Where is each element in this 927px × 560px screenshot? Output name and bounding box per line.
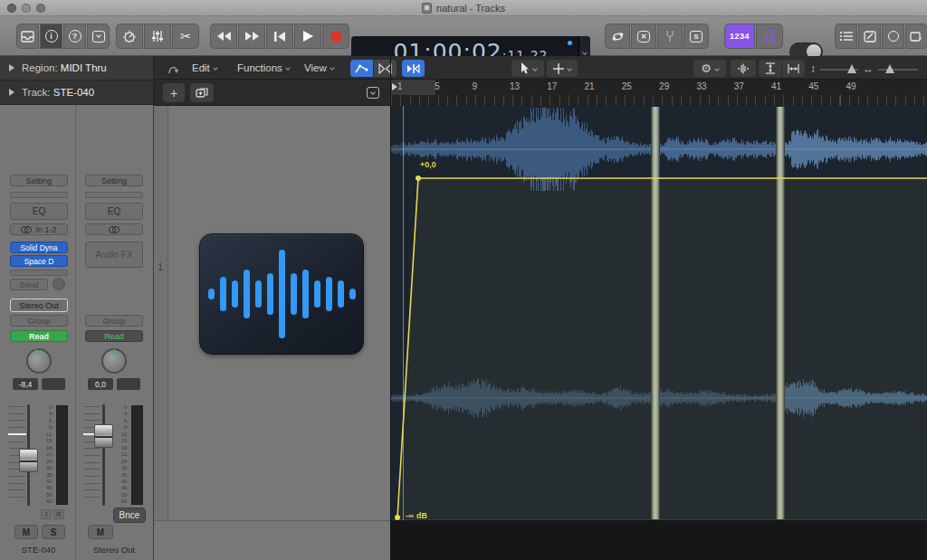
- pan-value-box[interactable]: [42, 378, 65, 390]
- audio-fx-area[interactable]: Audio FX: [85, 242, 143, 268]
- waveform-zoom-icon: [736, 63, 750, 74]
- group-slot[interactable]: Group: [85, 315, 143, 327]
- horizontal-fit-zoom-button[interactable]: [782, 60, 805, 77]
- undo-button[interactable]: [163, 60, 183, 77]
- secondary-tool-menu[interactable]: [547, 60, 578, 77]
- editors-button[interactable]: ✂: [172, 24, 199, 49]
- play-button[interactable]: [294, 24, 321, 49]
- track-icon[interactable]: [199, 233, 364, 355]
- tuner-button[interactable]: [657, 24, 683, 49]
- quick-help-button[interactable]: ?: [63, 24, 86, 49]
- disclosure-triangle-icon: [9, 64, 14, 71]
- minimize-window-button[interactable]: [22, 4, 31, 13]
- send-knob[interactable]: [53, 278, 65, 290]
- setting-button[interactable]: Setting: [10, 175, 68, 186]
- disclosure-triangle-icon: [9, 89, 14, 96]
- bounce-button[interactable]: Bnce: [113, 508, 146, 523]
- region-label: Region:: [22, 62, 58, 73]
- record-button[interactable]: [322, 24, 349, 49]
- slider-thumb[interactable]: [847, 64, 856, 73]
- waveform-zoom-button[interactable]: [731, 60, 756, 77]
- region-inspector-header[interactable]: Region: MIDI Thru: [0, 56, 154, 81]
- vertical-auto-zoom-button[interactable]: [759, 60, 781, 77]
- solo-mode-button[interactable]: S: [683, 24, 709, 49]
- track-settings-menu[interactable]: ⚙: [693, 60, 726, 77]
- pan-knob[interactable]: [24, 346, 54, 376]
- audio-fx-slot-1[interactable]: Solid Dyna: [10, 242, 68, 253]
- pointer-tool-menu[interactable]: [511, 60, 544, 77]
- flex-button[interactable]: [374, 60, 397, 77]
- edit-menu[interactable]: Edit: [192, 56, 217, 80]
- mute-button[interactable]: M: [14, 525, 38, 539]
- playhead-marker-icon[interactable]: [392, 83, 397, 90]
- record-enable-button[interactable]: R: [53, 509, 64, 519]
- add-track-button[interactable]: +: [163, 83, 185, 102]
- duplicate-track-button[interactable]: [190, 83, 214, 102]
- inspector-button[interactable]: i: [40, 24, 62, 49]
- toolbar-toggle-button[interactable]: [87, 24, 110, 49]
- cycle-button[interactable]: [605, 24, 630, 49]
- horizontal-zoom-slider[interactable]: [878, 64, 918, 73]
- region-gap-bar: [776, 107, 785, 519]
- solo-button[interactable]: S: [42, 525, 65, 539]
- track-inspector-header[interactable]: Track: STE-040: [0, 81, 154, 105]
- browsers-button[interactable]: ♪: [905, 24, 927, 49]
- apple-loops-button[interactable]: [882, 24, 904, 49]
- output-slot[interactable]: Stereo Out: [10, 299, 68, 312]
- pan-value-box[interactable]: [117, 378, 140, 390]
- editor-toggle-group: ✂: [116, 24, 199, 49]
- below-track-area[interactable]: [391, 520, 927, 560]
- playhead-line[interactable]: [403, 106, 404, 520]
- zoom-window-button[interactable]: [36, 4, 45, 13]
- slider-thumb[interactable]: [885, 64, 894, 73]
- automation-mode-button[interactable]: Read: [10, 330, 68, 342]
- fader-zone: 03691215182124303540455060: [2, 404, 76, 508]
- volume-fader[interactable]: [94, 424, 113, 448]
- note-pads-button[interactable]: [858, 24, 881, 49]
- automation-mode-button[interactable]: Read: [85, 330, 143, 342]
- group-slot[interactable]: Group: [10, 315, 68, 327]
- setting-button[interactable]: Setting: [85, 175, 143, 186]
- track-header[interactable]: 1: [154, 106, 391, 560]
- input-monitor-button[interactable]: I: [41, 509, 52, 519]
- eq-slot[interactable]: EQ: [85, 203, 143, 220]
- autopunch-button[interactable]: ✕: [631, 24, 656, 49]
- automation-button[interactable]: [350, 60, 373, 77]
- send-slot[interactable]: Send: [10, 279, 48, 290]
- rewind-button[interactable]: [210, 24, 237, 49]
- volume-fader[interactable]: [19, 449, 38, 472]
- forward-button[interactable]: [238, 24, 265, 49]
- stop-button[interactable]: [266, 24, 293, 49]
- track-header-config-button[interactable]: [362, 83, 384, 102]
- catch-playhead-button[interactable]: [402, 60, 425, 77]
- smart-controls-button[interactable]: [116, 24, 143, 49]
- input-slot[interactable]: In 1-2: [10, 223, 68, 235]
- empty-fx-slot[interactable]: [10, 270, 68, 276]
- bar-ruler[interactable]: 15913172125293337414549: [391, 80, 927, 106]
- lcd-activity-dot: [568, 41, 572, 45]
- vertical-zoom-icon: [765, 62, 776, 74]
- input-slot[interactable]: [85, 223, 143, 235]
- mute-button[interactable]: M: [88, 525, 113, 539]
- track-number-column: 1: [154, 106, 168, 520]
- view-menu[interactable]: View: [304, 56, 334, 80]
- list-editors-button[interactable]: [835, 24, 857, 49]
- tuner-icon: [664, 30, 675, 43]
- audio-fx-slot-2[interactable]: Space D: [10, 255, 68, 267]
- functions-menu[interactable]: Functions: [237, 56, 290, 80]
- pan-knob[interactable]: [101, 348, 127, 374]
- mixer-button[interactable]: [144, 24, 171, 49]
- volume-value[interactable]: 0,0: [88, 378, 113, 390]
- metronome-button[interactable]: [756, 24, 783, 49]
- mixer-icon: [151, 30, 164, 43]
- horizontal-zoom-slider-group: ↔: [863, 60, 918, 77]
- library-button[interactable]: [16, 24, 39, 49]
- track-lane[interactable]: +0,0 -∞ dB: [391, 106, 927, 520]
- close-window-button[interactable]: [7, 4, 16, 13]
- vertical-zoom-slider[interactable]: [820, 64, 858, 73]
- volume-value[interactable]: -8,4: [13, 378, 38, 390]
- toolbar-icon: [92, 31, 105, 43]
- count-in-button[interactable]: 1234: [724, 24, 755, 49]
- rewind-icon: [217, 32, 231, 41]
- eq-slot[interactable]: EQ: [10, 203, 68, 220]
